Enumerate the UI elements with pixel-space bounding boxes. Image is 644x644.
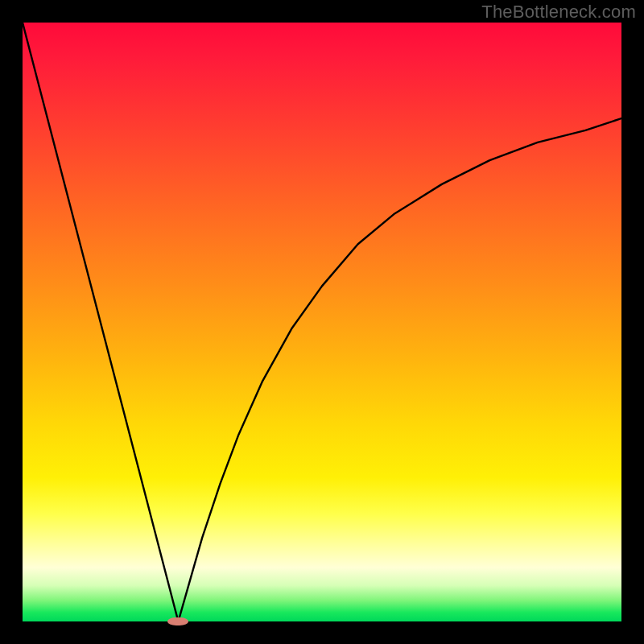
watermark-text: TheBottleneck.com (481, 2, 636, 23)
bottleneck-curve (23, 23, 621, 621)
plot-area (23, 23, 621, 621)
chart-frame: TheBottleneck.com (0, 0, 644, 644)
curve-path (23, 23, 621, 621)
minimum-marker (167, 617, 188, 625)
